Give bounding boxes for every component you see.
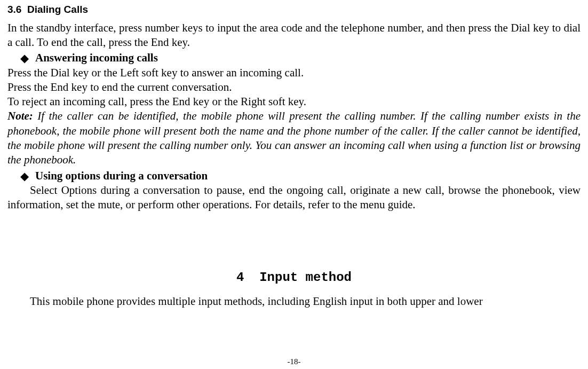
- bullet-options: ◆ Using options during a conversation: [20, 169, 581, 183]
- bullet-answering: ◆ Answering incoming calls: [20, 51, 581, 65]
- section-heading: 3.6 Dialing Calls: [7, 3, 581, 17]
- section-number: 3.6: [7, 4, 21, 15]
- bullet-title: Using options during a conversation: [35, 169, 208, 183]
- answering-line1: Press the Dial key or the Left soft key …: [7, 66, 581, 80]
- note-label: Note:: [7, 109, 33, 122]
- chapter-title: Input method: [259, 270, 352, 285]
- chapter-heading: 4 Input method: [7, 269, 581, 286]
- page-number: -18-: [0, 357, 588, 367]
- section-title: Dialing Calls: [27, 4, 88, 15]
- diamond-icon: ◆: [20, 169, 29, 184]
- bullet-title: Answering incoming calls: [35, 51, 158, 65]
- note-paragraph: Note: If the caller can be identified, t…: [7, 109, 581, 167]
- diamond-icon: ◆: [20, 51, 29, 66]
- chapter-intro: This mobile phone provides multiple inpu…: [7, 294, 581, 309]
- options-paragraph: Select Options during a conversation to …: [7, 183, 581, 213]
- chapter-number: 4: [236, 270, 244, 285]
- intro-paragraph: In the standby interface, press number k…: [7, 21, 581, 50]
- answering-line3: To reject an incoming call, press the En…: [7, 95, 581, 109]
- answering-line2: Press the End key to end the current con…: [7, 80, 581, 95]
- note-text: If the caller can be identified, the mob…: [7, 109, 581, 166]
- document-page: 3.6 Dialing Calls In the standby interfa…: [0, 0, 588, 369]
